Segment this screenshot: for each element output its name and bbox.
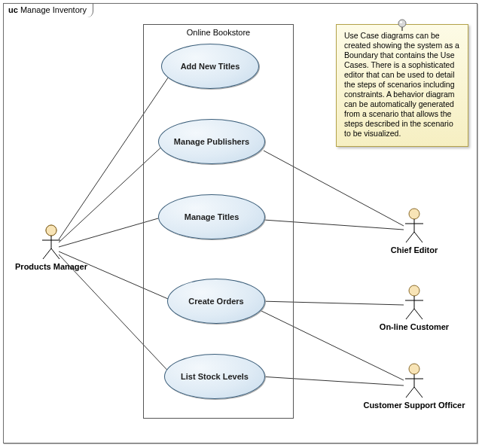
usecase-label: Manage Publishers — [174, 137, 249, 146]
usecase-manage-titles[interactable]: Manage Titles — [158, 194, 265, 239]
person-icon — [403, 208, 426, 244]
usecase-add-new-titles[interactable]: Add New Titles — [161, 44, 259, 89]
svg-line-20 — [414, 387, 423, 398]
diagram-note-text: Use Case diagrams can be created showing… — [344, 31, 459, 138]
svg-line-5 — [51, 248, 59, 259]
svg-line-4 — [43, 248, 51, 259]
svg-point-16 — [409, 364, 419, 374]
usecase-list-stock-levels[interactable]: List Stock Levels — [164, 354, 265, 399]
actor-online-customer[interactable]: On-line Customer — [377, 285, 452, 331]
pushpin-icon — [396, 19, 408, 31]
actor-label: Products Manager — [14, 262, 89, 271]
svg-point-21 — [398, 20, 406, 27]
actor-label: On-line Customer — [377, 322, 452, 331]
usecase-label: Manage Titles — [185, 212, 239, 221]
diagram-canvas: uc Manage Inventory Online Bookstore Add… — [0, 0, 482, 448]
usecase-create-orders[interactable]: Create Orders — [167, 279, 265, 324]
actor-products-manager[interactable]: Products Manager — [14, 224, 89, 271]
actor-label: Chief Editor — [384, 245, 444, 254]
usecase-label: List Stock Levels — [181, 372, 249, 381]
svg-point-1 — [46, 225, 56, 236]
person-icon — [403, 285, 426, 321]
usecase-label: Add New Titles — [181, 62, 240, 71]
system-boundary-title: Online Bookstore — [144, 28, 293, 37]
svg-point-6 — [409, 209, 419, 219]
usecase-manage-publishers[interactable]: Manage Publishers — [158, 119, 265, 164]
diagram-note[interactable]: Use Case diagrams can be created showing… — [336, 24, 468, 147]
person-icon — [403, 363, 426, 399]
diagram-frame-title: Manage Inventory — [20, 5, 87, 14]
actor-customer-support-officer[interactable]: Customer Support Officer — [362, 363, 467, 410]
svg-line-19 — [406, 387, 414, 398]
svg-line-15 — [414, 309, 423, 319]
actor-chief-editor[interactable]: Chief Editor — [384, 208, 444, 254]
diagram-frame-tab: uc Manage Inventory — [3, 3, 93, 17]
usecase-label: Create Orders — [188, 297, 243, 306]
actor-label: Customer Support Officer — [362, 401, 467, 410]
svg-point-11 — [409, 285, 419, 296]
diagram-frame-prefix: uc — [8, 5, 18, 14]
svg-line-14 — [406, 309, 414, 319]
person-icon — [40, 224, 63, 261]
svg-line-9 — [406, 232, 414, 242]
svg-line-10 — [414, 232, 423, 242]
svg-point-22 — [400, 21, 402, 23]
